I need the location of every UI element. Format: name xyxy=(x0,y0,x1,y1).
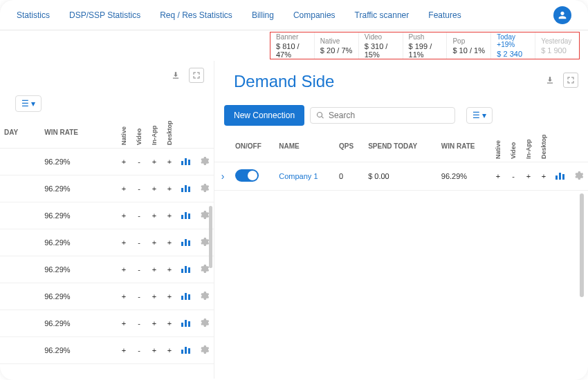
col-video-r: Video xyxy=(506,131,521,162)
col-native-r: Native xyxy=(490,131,506,162)
gear-icon[interactable] xyxy=(194,148,214,175)
table-row: 96.29%+-++ xyxy=(0,202,214,229)
col-qps: QPS xyxy=(335,131,364,162)
search-input[interactable] xyxy=(329,111,449,120)
nav-features[interactable]: Features xyxy=(428,10,461,20)
main-area: ☰ ▾ DAY WIN RATE Native Video In-App Des… xyxy=(0,61,588,379)
bars-icon[interactable] xyxy=(181,238,190,246)
right-table: ON/OFF NAME QPS SPEND TODAY WIN RATE Nat… xyxy=(214,131,588,191)
download-icon[interactable] xyxy=(168,68,183,83)
nav-dsp-ssp[interactable]: DSP/SSP Statistics xyxy=(69,10,140,20)
view-toggle-left[interactable]: ☰ ▾ xyxy=(15,95,42,112)
table-row: 96.29%+-++ xyxy=(0,283,214,310)
stat-video: Video$ 310 / 15% xyxy=(359,32,403,59)
col-name: NAME xyxy=(275,131,335,162)
table-row: ›Company 10$ 0.0096.29%+-++ xyxy=(214,162,588,190)
bars-icon[interactable] xyxy=(181,319,190,327)
stat-today-: Today +19%$ 2 340 xyxy=(491,32,535,59)
expand-icon[interactable] xyxy=(189,68,204,83)
bars-icon[interactable] xyxy=(181,184,190,192)
bars-icon[interactable] xyxy=(181,157,190,165)
bars-icon[interactable] xyxy=(181,292,190,300)
table-row: 96.29%+-++ xyxy=(0,310,214,336)
left-panel: ☰ ▾ DAY WIN RATE Native Video In-App Des… xyxy=(0,61,214,379)
table-row: 96.29%+-++ xyxy=(0,229,214,256)
nav-req-res[interactable]: Req / Res Statistics xyxy=(160,10,232,20)
nav-billing[interactable]: Billing xyxy=(252,10,274,20)
col-desktop-r: Desktop xyxy=(536,131,551,162)
new-connection-button[interactable]: New Connection xyxy=(224,105,304,126)
gear-icon[interactable] xyxy=(194,175,214,202)
stat-pop: Pop$ 10 / 1% xyxy=(447,32,491,59)
stats-bar: Banner$ 810 / 47%Native$ 20 / 7%Video$ 3… xyxy=(270,32,580,59)
download-icon-right[interactable] xyxy=(542,73,558,88)
company-link[interactable]: Company 1 xyxy=(275,162,335,190)
chevron-right-icon[interactable]: › xyxy=(221,171,225,182)
col-spend: SPEND TODAY xyxy=(364,131,437,162)
gear-icon[interactable] xyxy=(194,310,214,336)
nav-companies[interactable]: Companies xyxy=(293,10,336,20)
col-native: Native xyxy=(116,117,131,148)
bars-icon[interactable] xyxy=(181,265,190,273)
table-row: 96.29%+-++ xyxy=(0,256,214,283)
view-toggle-right[interactable]: ☰ ▾ xyxy=(466,107,493,124)
gear-icon[interactable] xyxy=(194,336,214,363)
stat-yesterday: Yesterday$ 1 900 xyxy=(535,32,579,59)
col-inapp: In-App xyxy=(147,117,162,148)
gear-icon[interactable] xyxy=(569,162,588,190)
panel-title: Demand Side xyxy=(224,68,344,93)
user-avatar[interactable] xyxy=(553,6,571,24)
col-video: Video xyxy=(131,117,147,148)
col-day: DAY xyxy=(0,117,40,148)
gear-icon[interactable] xyxy=(194,283,214,310)
bars-icon[interactable] xyxy=(555,171,564,180)
nav-traffic-scanner[interactable]: Traffic scanner xyxy=(355,10,410,20)
col-inapp-r: In-App xyxy=(521,131,536,162)
col-winrate-r: WIN RATE xyxy=(437,131,490,162)
toggle-onoff[interactable] xyxy=(235,169,259,182)
table-row: 96.29%+-++ xyxy=(0,175,214,202)
search-box[interactable] xyxy=(310,107,455,124)
stat-push: Push$ 199 / 11% xyxy=(403,32,448,59)
stat-banner: Banner$ 810 / 47% xyxy=(270,32,315,59)
col-onoff: ON/OFF xyxy=(231,131,275,162)
stat-native: Native$ 20 / 7% xyxy=(315,32,359,59)
col-desktop: Desktop xyxy=(162,117,177,148)
table-row: 96.29%+-++ xyxy=(0,336,214,363)
left-table: DAY WIN RATE Native Video In-App Desktop… xyxy=(0,117,214,364)
table-row: 96.29%+-++ xyxy=(0,148,214,175)
top-nav: Statistics DSP/SSP Statistics Req / Res … xyxy=(0,0,588,30)
page-scrollbar[interactable] xyxy=(580,193,584,297)
search-icon xyxy=(316,111,324,120)
bars-icon[interactable] xyxy=(181,211,190,219)
left-scrollbar[interactable] xyxy=(209,206,212,268)
bars-icon[interactable] xyxy=(181,345,190,354)
user-icon xyxy=(557,10,568,21)
expand-icon-right[interactable] xyxy=(563,73,578,88)
nav-statistics[interactable]: Statistics xyxy=(17,10,50,20)
col-winrate: WIN RATE xyxy=(40,117,116,148)
right-panel: Demand Side New Connection ☰ ▾ ON/OFF NA… xyxy=(214,61,588,379)
